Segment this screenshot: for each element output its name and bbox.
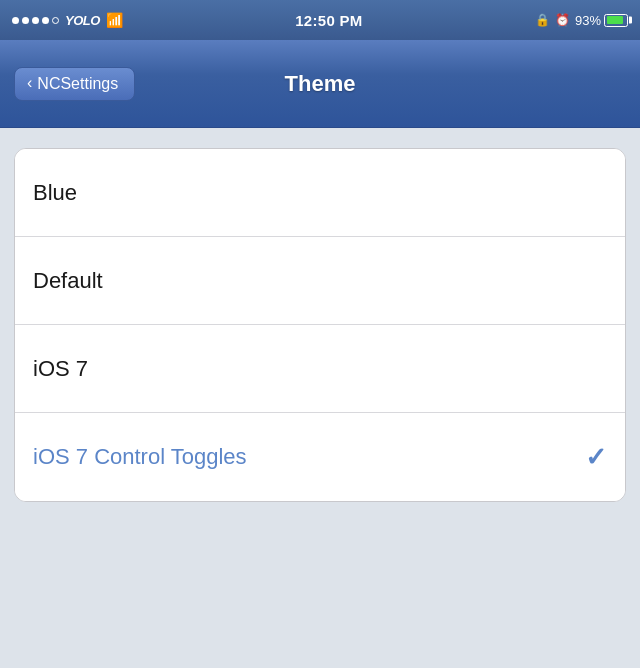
- lock-icon: 🔒: [535, 13, 550, 27]
- theme-label-ios7-control-toggles: iOS 7 Control Toggles: [33, 444, 247, 470]
- back-label: NCSettings: [37, 75, 118, 93]
- status-left: YOLO 📶: [12, 12, 123, 28]
- signal-dot-1: [12, 17, 19, 24]
- content-area: Blue Default iOS 7 iOS 7 Control Toggles…: [0, 128, 640, 522]
- signal-dots: [12, 17, 59, 24]
- wifi-icon: 📶: [106, 12, 123, 28]
- status-time: 12:50 PM: [295, 12, 362, 29]
- theme-list: Blue Default iOS 7 iOS 7 Control Toggles…: [14, 148, 626, 502]
- theme-label-default: Default: [33, 268, 103, 294]
- battery-percent: 93%: [575, 13, 601, 28]
- page-title: Theme: [285, 71, 356, 97]
- battery-icon: [604, 14, 628, 27]
- battery-container: 93%: [575, 13, 628, 28]
- list-item-ios7[interactable]: iOS 7: [15, 325, 625, 413]
- theme-label-blue: Blue: [33, 180, 77, 206]
- alarm-icon: ⏰: [555, 13, 570, 27]
- nav-bar: ‹ NCSettings Theme: [0, 40, 640, 128]
- checkmark-icon: ✓: [585, 442, 607, 473]
- signal-dot-2: [22, 17, 29, 24]
- status-bar: YOLO 📶 12:50 PM 🔒 ⏰ 93%: [0, 0, 640, 40]
- signal-dot-5: [52, 17, 59, 24]
- list-item-ios7-control-toggles[interactable]: iOS 7 Control Toggles ✓: [15, 413, 625, 501]
- back-button[interactable]: ‹ NCSettings: [14, 67, 135, 101]
- list-item-blue[interactable]: Blue: [15, 149, 625, 237]
- carrier-logo: YOLO: [65, 13, 100, 28]
- signal-dot-4: [42, 17, 49, 24]
- status-right: 🔒 ⏰ 93%: [535, 13, 628, 28]
- signal-dot-3: [32, 17, 39, 24]
- list-item-default[interactable]: Default: [15, 237, 625, 325]
- theme-label-ios7: iOS 7: [33, 356, 88, 382]
- back-chevron-icon: ‹: [27, 75, 32, 91]
- battery-fill: [607, 16, 623, 24]
